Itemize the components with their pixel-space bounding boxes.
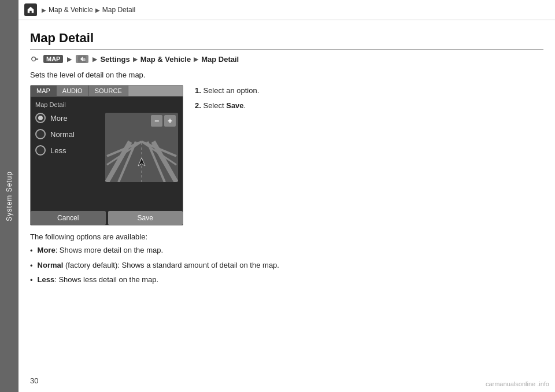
options-intro: The following options are available:	[30, 232, 543, 241]
bullet-more: •	[30, 245, 33, 257]
label-more: More	[50, 114, 68, 123]
svg-text:Back: Back	[83, 57, 86, 61]
breadcrumb-bar: ▶ Map & Vehicle ▶ Map Detail	[18, 0, 555, 20]
map-preview: − +	[105, 113, 178, 182]
step-1-text: Select an option.	[203, 86, 259, 95]
save-button[interactable]: Save	[108, 211, 183, 225]
zoom-in-button[interactable]: +	[164, 115, 176, 127]
path-arrow-1: ▶	[67, 56, 72, 63]
how-to-path: MAP ▶ Back ▶ Settings ▶ Map & Vehicle ▶ …	[30, 54, 543, 64]
option-more-desc: More: Shows more detail on the map.	[38, 245, 164, 256]
option-normal[interactable]: Normal	[35, 129, 102, 139]
description-text: Sets the level of detail on the map.	[30, 71, 543, 79]
screen-footer: Cancel Save	[31, 211, 183, 225]
option-more[interactable]: More	[35, 113, 102, 123]
screen-section-title: Map Detail	[35, 101, 178, 108]
watermark: carmanualsonline .info	[486, 380, 549, 387]
options-section: The following options are available: • M…	[30, 232, 543, 286]
tab-source[interactable]: SOURCE	[89, 86, 128, 96]
step-1-num: 1.	[195, 86, 201, 95]
back-button-icon: Back	[76, 55, 88, 63]
step-2: 2. Select Save.	[195, 100, 543, 112]
screen-tabs: MAP AUDIO SOURCE	[31, 86, 183, 97]
home-icon[interactable]	[24, 3, 37, 16]
radio-normal[interactable]	[35, 129, 46, 139]
option-less[interactable]: Less	[35, 145, 102, 156]
step-2-text: Select Save.	[203, 101, 246, 110]
path-settings: Settings	[100, 55, 130, 64]
tab-map[interactable]: MAP	[31, 86, 57, 96]
page-number: 30	[30, 376, 38, 385]
radio-more[interactable]	[35, 113, 46, 123]
radio-less[interactable]	[35, 145, 46, 156]
main-content: ▶ Map & Vehicle ▶ Map Detail Map Detail …	[18, 0, 555, 392]
back-svg: Back	[78, 56, 86, 62]
screen-options: More Normal Less	[35, 113, 102, 182]
option-less-item: • Less: Shows less detail on the map.	[30, 274, 543, 286]
home-svg	[27, 6, 35, 14]
option-more-item: • More: Shows more detail on the map.	[30, 245, 543, 257]
bullet-less: •	[30, 275, 33, 286]
label-normal: Normal	[50, 130, 75, 139]
path-map-vehicle: Map & Vehicle	[140, 55, 191, 64]
path-map-detail: Map Detail	[201, 55, 239, 64]
step-1: 1. Select an option.	[195, 85, 543, 97]
option-normal-item: • Normal (factory default): Shows a stan…	[30, 260, 543, 272]
breadcrumb-map-vehicle: Map & Vehicle	[49, 6, 93, 14]
option-normal-desc: Normal (factory default): Shows a standa…	[38, 260, 279, 271]
breadcrumb-map-detail: Map Detail	[102, 6, 135, 14]
zoom-out-button[interactable]: −	[151, 115, 162, 127]
key-icon	[30, 54, 39, 64]
bullet-normal: •	[30, 260, 33, 272]
path-arrow-3: ▶	[133, 56, 138, 63]
screen-mockup: MAP AUDIO SOURCE Map Detail More	[30, 85, 183, 225]
sidebar-label: System Setup	[5, 171, 13, 221]
breadcrumb-arrow-1: ▶	[42, 7, 46, 13]
step-2-num: 2.	[195, 101, 201, 110]
option-less-desc: Less: Shows less detail on the map.	[38, 274, 159, 286]
steps-column: 1. Select an option. 2. Select Save.	[195, 85, 543, 114]
breadcrumb-arrow-2: ▶	[95, 7, 100, 13]
sidebar: System Setup	[0, 0, 18, 392]
path-arrow-2: ▶	[92, 56, 97, 63]
page-title: Map Detail	[30, 31, 543, 50]
tab-audio[interactable]: AUDIO	[57, 86, 89, 96]
label-less: Less	[50, 146, 66, 155]
screen-body: Map Detail More Normal	[31, 97, 183, 206]
map-controls: − +	[151, 115, 176, 127]
cancel-button[interactable]: Cancel	[31, 211, 106, 225]
path-arrow-4: ▶	[194, 56, 198, 63]
map-button-label: MAP	[43, 55, 63, 63]
svg-point-0	[32, 57, 36, 61]
key-svg	[31, 55, 39, 63]
content-area: Map Detail MAP ▶ Back ▶	[18, 20, 555, 295]
screen-layout: More Normal Less	[35, 113, 178, 182]
body-layout: MAP AUDIO SOURCE Map Detail More	[30, 85, 543, 225]
